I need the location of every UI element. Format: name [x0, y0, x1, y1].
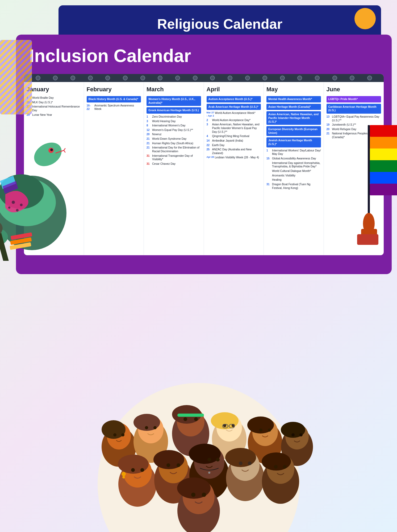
february-banner: Black History Month (U.S. & Canada)* — [87, 96, 141, 102]
svg-point-61 — [291, 433, 295, 436]
event-item: World Cultural Dialogue Month* — [266, 169, 321, 173]
svg-point-43 — [183, 417, 187, 421]
svg-point-89 — [274, 465, 278, 469]
event-item: 15Global Accessibility Awareness Day — [266, 157, 321, 160]
svg-point-84 — [239, 461, 243, 465]
spiral-hole — [332, 76, 337, 80]
svg-point-9 — [12, 201, 15, 204]
yellow-circle-decoration — [354, 8, 376, 29]
people-illustration — [79, 351, 318, 532]
earth-day-event: 22Earth Day — [207, 143, 261, 147]
event-item: 21Human Rights Day (South Africa) — [147, 142, 201, 145]
event-item: 14Ambedkar Jayanti (India) — [207, 139, 261, 143]
event-item: 31Dragon Boat Festival (Tuen Ng Festival… — [266, 183, 321, 190]
spiral-hole — [175, 76, 180, 80]
spiral-holes — [24, 74, 384, 82]
event-item: 3Asian American, Native Hawaiian, and Pa… — [207, 123, 261, 134]
may-banner-2: Asian Heritage Month (Canada)* — [266, 104, 321, 110]
month-name-june: June — [327, 86, 381, 93]
svg-point-33 — [121, 433, 124, 436]
event-item: 20Nowruz — [147, 133, 201, 136]
event-item: 31International Transgender Day of Visib… — [147, 154, 201, 161]
svg-point-66 — [131, 468, 135, 472]
event-item: 12Women's Equal Pay Day (U.S.)** — [147, 128, 201, 132]
spiral-hole — [53, 76, 58, 80]
month-name-may: May — [266, 86, 321, 93]
svg-point-80 — [216, 458, 220, 461]
spiral-hole — [367, 76, 372, 80]
svg-rect-22 — [370, 160, 397, 172]
svg-point-90 — [283, 465, 287, 469]
event-item: 21International Day for the Elimination … — [147, 146, 201, 153]
event-item: 3World Hearing Day — [147, 119, 201, 123]
month-name-march: March — [147, 86, 201, 93]
spiral-hole — [228, 76, 232, 80]
spiral-hole — [123, 76, 128, 80]
month-col-may: May Mental Health Awareness Month* Asian… — [264, 82, 324, 255]
svg-point-32 — [113, 433, 116, 436]
may-banner-3: Asian American, Native Hawaiian, and Pac… — [266, 111, 321, 125]
svg-point-11 — [16, 209, 19, 212]
event-item: Healing — [266, 178, 321, 182]
svg-point-44 — [194, 417, 198, 421]
svg-rect-23 — [370, 172, 397, 184]
may-banner-4: European Diversity Month (European Union… — [266, 126, 321, 136]
svg-rect-19 — [370, 125, 397, 137]
event-item: 2World Autism Acceptance Day* — [207, 118, 261, 122]
spiral-hole — [262, 76, 267, 80]
march-banner-2: Greek American Heritage Month (U.S.) — [147, 107, 201, 114]
svg-point-95 — [202, 493, 206, 497]
event-item: Aromantic Visibility — [266, 174, 321, 178]
event-item: Mar 27- Apr 2World Autism Acceptance Wee… — [207, 111, 261, 117]
svg-point-68 — [122, 472, 126, 476]
may-banner-1: Mental Health Awareness Month* — [266, 96, 321, 102]
event-item: Apr 28Lesbian Visibility Week (28 - May … — [207, 156, 261, 159]
svg-point-57 — [268, 428, 271, 432]
may-banner-5: Jewish American Heritage Month (U.S.)* — [266, 137, 321, 147]
april-banner-1: Autism Acceptance Month (U.S.)* — [207, 96, 261, 102]
event-item: 1Zero Discrimination Day — [147, 115, 201, 119]
svg-rect-27 — [357, 234, 378, 245]
spiral-hole — [245, 76, 250, 80]
event-item: 16-22Aromantic Spectrum Awareness Week — [87, 104, 141, 111]
spiral-hole — [36, 76, 40, 80]
svg-point-78 — [208, 472, 210, 474]
spiral-hole — [350, 76, 354, 80]
svg-point-37 — [145, 426, 148, 429]
snake-decoration — [0, 101, 80, 261]
march-banner-1: Women's History Month (U.S., U.K., Austr… — [147, 96, 201, 106]
svg-point-12 — [8, 207, 10, 209]
svg-point-56 — [259, 428, 262, 432]
svg-point-62 — [299, 433, 303, 436]
svg-rect-18 — [368, 125, 370, 226]
svg-point-8 — [50, 149, 53, 151]
inclusion-calendar-title: Inclusion Calendar — [21, 45, 386, 66]
svg-point-38 — [153, 426, 157, 429]
event-item: International Day against Homophobia, Tr… — [266, 161, 321, 168]
svg-point-79 — [207, 458, 211, 461]
month-col-february: February Black History Month (U.S. & Can… — [84, 82, 144, 255]
svg-point-10 — [20, 204, 23, 206]
month-name-february: February — [87, 86, 141, 93]
month-name-january: January — [27, 86, 81, 93]
april-banner-2: Arab American Heritage Month (U.S.)* — [207, 104, 261, 110]
svg-point-74 — [177, 463, 180, 467]
event-item: 4Qingming/Ching Ming Festival — [207, 134, 261, 138]
svg-point-69 — [122, 476, 125, 479]
religious-calendar-title: Religious Calendar — [74, 16, 365, 32]
spiral-hole — [105, 76, 110, 80]
svg-point-77 — [189, 444, 221, 464]
spiral-hole — [297, 76, 302, 80]
spiral-hole — [280, 76, 285, 80]
svg-point-73 — [166, 463, 170, 467]
svg-rect-42 — [177, 414, 204, 417]
month-col-march: March Women's History Month (U.S., U.K.,… — [144, 82, 204, 255]
svg-point-85 — [248, 461, 252, 465]
event-item: 31Cesar Chavez Day — [147, 162, 201, 166]
month-name-april: April — [207, 86, 261, 93]
svg-point-67 — [140, 468, 144, 472]
svg-point-6 — [30, 138, 66, 171]
svg-point-94 — [191, 493, 195, 497]
spiral-hole — [315, 76, 320, 80]
spiral-hole — [158, 76, 162, 80]
